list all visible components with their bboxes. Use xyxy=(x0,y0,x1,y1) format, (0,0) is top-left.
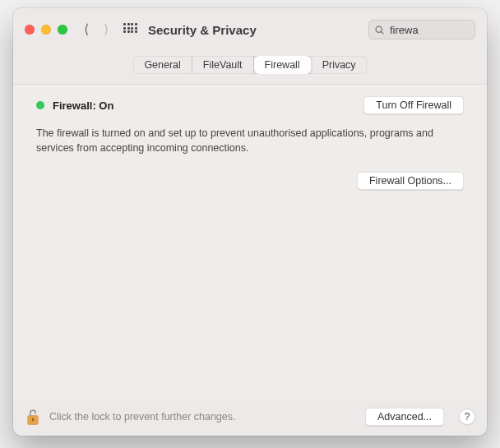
tab-label: Firewall xyxy=(265,59,300,71)
tab-firewall[interactable]: Firewall xyxy=(254,56,312,74)
tab-label: FileVault xyxy=(203,59,243,71)
window-controls xyxy=(25,25,67,35)
search-field[interactable] xyxy=(368,20,475,39)
tab-general[interactable]: General xyxy=(133,56,192,74)
zoom-icon[interactable] xyxy=(58,25,67,35)
tab-bar: General FileVault Firewall Privacy xyxy=(13,51,487,84)
button-label: Firewall Options... xyxy=(369,175,451,187)
svg-line-1 xyxy=(382,31,384,34)
tab-filevault[interactable]: FileVault xyxy=(192,56,254,74)
button-label: Advanced... xyxy=(377,411,432,423)
turn-off-firewall-button[interactable]: Turn Off Firewall xyxy=(363,96,464,114)
help-label: ? xyxy=(465,411,470,423)
lock-icon[interactable] xyxy=(25,408,41,426)
button-label: Turn Off Firewall xyxy=(376,99,451,111)
close-icon[interactable] xyxy=(25,25,35,35)
forward-button[interactable]: ⟩ xyxy=(104,23,109,36)
window-title: Security & Privacy xyxy=(148,23,257,37)
window-footer: Click the lock to prevent further change… xyxy=(13,400,487,436)
svg-rect-5 xyxy=(32,419,33,421)
svg-point-0 xyxy=(376,26,382,32)
tab-label: Privacy xyxy=(322,59,356,71)
search-icon xyxy=(374,25,385,35)
search-input[interactable] xyxy=(390,24,487,36)
show-all-icon[interactable] xyxy=(123,23,137,36)
firewall-options-button[interactable]: Firewall Options... xyxy=(357,172,464,190)
help-button[interactable]: ? xyxy=(459,409,475,425)
firewall-pane: Firewall: On Turn Off Firewall The firew… xyxy=(13,84,487,400)
minimize-icon[interactable] xyxy=(41,25,51,35)
status-indicator-icon xyxy=(36,101,44,109)
security-privacy-window: ⟨ ⟩ Security & Privacy xyxy=(13,8,487,436)
advanced-button[interactable]: Advanced... xyxy=(365,408,444,426)
window-toolbar: ⟨ ⟩ Security & Privacy xyxy=(13,8,487,51)
lock-hint-label: Click the lock to prevent further change… xyxy=(49,411,236,423)
firewall-status-label: Firewall: On xyxy=(53,99,113,112)
back-button[interactable]: ⟨ xyxy=(84,23,89,36)
nav-controls: ⟨ ⟩ xyxy=(84,23,109,36)
tab-label: General xyxy=(144,59,180,71)
firewall-description: The firewall is turned on and set up to … xyxy=(36,126,439,155)
tab-privacy[interactable]: Privacy xyxy=(312,56,367,74)
